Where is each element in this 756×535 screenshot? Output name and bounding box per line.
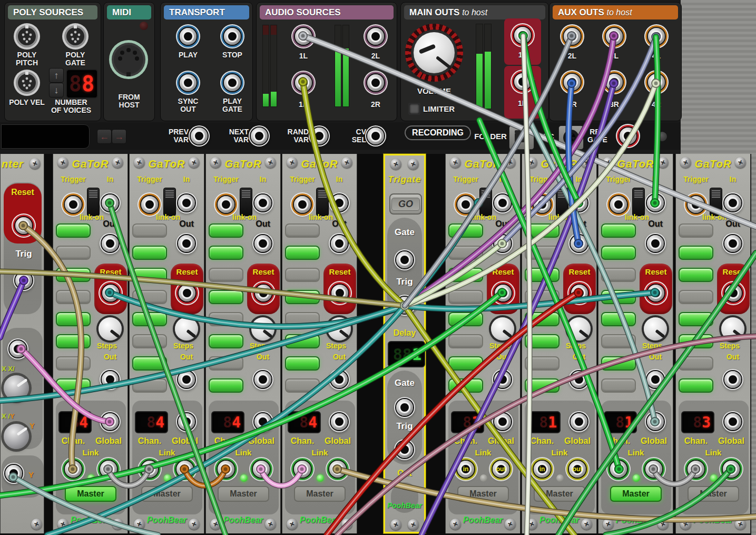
rec-button[interactable]: ☢ — [558, 125, 584, 150]
step-button[interactable] — [132, 334, 167, 348]
step-button[interactable] — [209, 334, 243, 348]
trigger-jack[interactable] — [141, 196, 158, 213]
play-gate-jack[interactable] — [224, 74, 241, 91]
in-jack[interactable] — [331, 194, 348, 211]
master-button[interactable]: Master — [688, 486, 739, 502]
step-button[interactable] — [285, 334, 320, 348]
global-jack[interactable] — [494, 413, 511, 430]
steps-knob[interactable] — [328, 317, 351, 341]
step-button[interactable] — [448, 223, 483, 238]
link-on-switch[interactable] — [710, 188, 722, 216]
step-button[interactable] — [285, 246, 320, 260]
step-button[interactable] — [209, 290, 243, 304]
step-button[interactable] — [601, 223, 636, 238]
midi-from-host-din[interactable] — [109, 40, 149, 80]
step-button[interactable] — [132, 378, 167, 393]
steps-out-jack[interactable] — [724, 371, 741, 388]
step-button[interactable] — [679, 246, 713, 260]
step-button[interactable] — [132, 268, 167, 282]
step-button[interactable] — [601, 246, 636, 260]
global-jack[interactable] — [102, 413, 119, 430]
link-out-jack[interactable]: out — [569, 461, 586, 478]
master-button[interactable]: Master — [294, 486, 346, 502]
step-button[interactable] — [209, 268, 243, 282]
trig-in-jack[interactable] — [396, 297, 413, 314]
aux-3l-jack[interactable] — [606, 28, 623, 45]
in-jack[interactable] — [724, 194, 741, 211]
step-button[interactable] — [601, 356, 636, 371]
steps-out-jack[interactable] — [254, 371, 271, 388]
step-button[interactable] — [209, 378, 243, 393]
step-button[interactable] — [448, 378, 483, 393]
step-button[interactable] — [285, 312, 320, 326]
link-on-switch[interactable] — [556, 188, 568, 216]
steps-knob[interactable] — [721, 317, 744, 341]
link-out-jack[interactable] — [723, 461, 740, 478]
step-button[interactable] — [56, 290, 91, 304]
step-button[interactable] — [525, 378, 559, 393]
play-jack[interactable] — [180, 28, 197, 45]
link-on-switch[interactable] — [316, 188, 329, 216]
master-button[interactable]: Master — [457, 486, 509, 502]
in-jack[interactable] — [647, 194, 664, 211]
step-button[interactable] — [601, 334, 636, 348]
main-1l-jack[interactable] — [514, 27, 531, 44]
step-button[interactable] — [209, 312, 243, 326]
rec-gate-jack[interactable] — [620, 128, 636, 144]
voices-down-button[interactable]: ↓ — [49, 83, 64, 98]
reset-jack[interactable] — [102, 285, 119, 301]
x-knob[interactable] — [4, 375, 29, 401]
step-button[interactable] — [285, 290, 320, 304]
step-button[interactable] — [525, 223, 559, 238]
out-jack[interactable] — [724, 235, 741, 252]
poly-vel-din-jack[interactable] — [13, 69, 41, 96]
link-in-jack[interactable] — [141, 461, 158, 478]
step-button[interactable] — [448, 356, 483, 371]
out-jack[interactable] — [178, 235, 195, 252]
step-button[interactable] — [209, 246, 243, 260]
step-button[interactable] — [679, 312, 713, 326]
folder-button[interactable] — [509, 125, 534, 150]
link-in-jack[interactable] — [294, 461, 311, 478]
global-jack[interactable] — [178, 413, 195, 430]
audio-1r-jack[interactable] — [295, 74, 312, 91]
poly-gate-din-jack[interactable] — [62, 23, 89, 50]
master-button[interactable]: Master — [534, 486, 585, 502]
in-jack[interactable] — [494, 194, 511, 211]
prev-var-jack[interactable] — [191, 128, 208, 144]
reset-jack[interactable] — [725, 285, 742, 301]
link-in-jack[interactable]: in — [534, 461, 551, 478]
go-button[interactable]: GO — [389, 193, 422, 215]
in-jack[interactable] — [571, 194, 587, 211]
steps-knob[interactable] — [567, 317, 591, 341]
link-out-jack[interactable] — [253, 461, 270, 478]
step-button[interactable] — [285, 268, 320, 282]
step-button[interactable] — [601, 378, 636, 393]
step-button[interactable] — [448, 312, 483, 326]
step-button[interactable] — [679, 268, 713, 282]
step-button[interactable] — [56, 334, 91, 348]
step-button[interactable] — [285, 356, 320, 371]
next-var-jack[interactable] — [251, 128, 268, 144]
step-button[interactable] — [601, 268, 636, 282]
in-jack[interactable] — [102, 194, 119, 211]
out-jack[interactable] — [494, 235, 511, 252]
audio-1l-jack[interactable] — [295, 28, 312, 45]
step-button[interactable] — [132, 356, 167, 371]
trigger-jack[interactable] — [610, 196, 627, 213]
reset-jack[interactable] — [179, 285, 195, 301]
step-button[interactable] — [209, 356, 243, 371]
link-out-jack[interactable]: out — [493, 461, 509, 478]
reset-jack[interactable] — [571, 285, 588, 301]
out-jack[interactable] — [254, 235, 271, 252]
steps-out-jack[interactable] — [494, 371, 511, 388]
voices-up-button[interactable]: ↑ — [49, 68, 64, 83]
out-jack[interactable] — [102, 235, 119, 252]
aux-4r-jack[interactable] — [648, 74, 665, 91]
in-jack[interactable] — [178, 194, 195, 211]
reset-jack[interactable] — [255, 285, 272, 301]
master-button[interactable]: Master — [218, 486, 269, 502]
trigger-jack[interactable] — [457, 196, 474, 213]
link-out-jack[interactable] — [329, 461, 346, 478]
trig-out-jack[interactable] — [396, 441, 413, 458]
